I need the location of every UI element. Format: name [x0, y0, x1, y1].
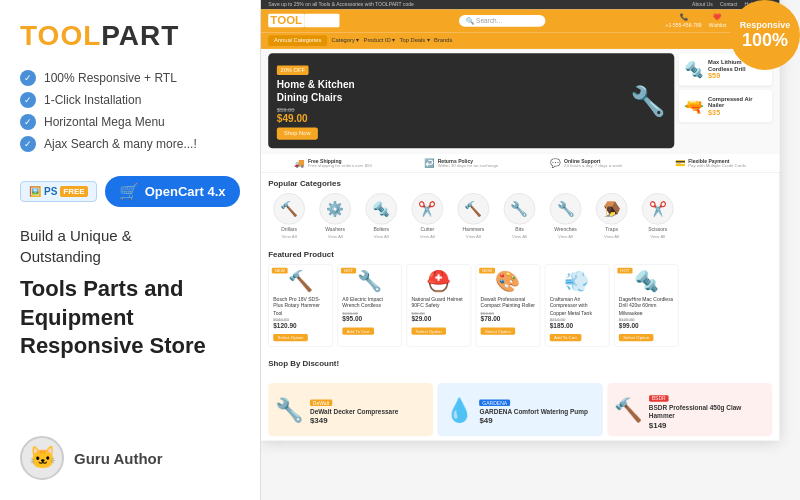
features-list: ✓ 100% Responsive + RTL ✓ 1-Click Instal… [20, 70, 240, 158]
discount-section-title: Shop By Discount! [268, 358, 772, 367]
category-count-drillars: View All [282, 234, 297, 238]
store-header: TOOLPART 🔍 Search... 📞+1-555-456-789 ❤️W… [261, 9, 779, 32]
topbar-contact[interactable]: Contact [720, 2, 737, 7]
feature-payment-desc: Pay with Multiple Credit Cards [688, 163, 746, 167]
products-grid: NEW 🔨 Bosch Pro 18V SDS-Plus Rotary Hamm… [268, 265, 772, 347]
store-logo: TOOLPART [268, 14, 339, 27]
nav-category[interactable]: Category ▾ [331, 37, 359, 43]
ps-badge: 🖼️ PS FREE [20, 181, 97, 202]
category-icon-bolters: 🔩 [365, 193, 397, 225]
main-title: Tools Parts andEquipmentResponsive Store [20, 275, 240, 361]
features-bar: 🚚 Free Shipping Free shipping for orders… [261, 153, 779, 173]
feature-item-4: ✓ Ajax Search & many more...! [20, 136, 240, 152]
category-icon-traps: 🪤 [596, 193, 628, 225]
product-badge-4: NEW [479, 268, 495, 274]
hero-discount-tag: 20% OFF [277, 66, 309, 75]
feature-returns-desc: Within 30 days for an exchange [438, 163, 499, 167]
discount-img-1: 🔧 [275, 396, 304, 423]
check-icon-4: ✓ [20, 136, 36, 152]
phone-text: +1-555-456-789 [666, 22, 702, 27]
product-option-btn-5[interactable]: Add To Cart [550, 334, 581, 341]
product-price-new-2: $95.00 [342, 315, 397, 322]
product-name-5: Craftsman Air Compressor with Copper Met… [550, 296, 605, 316]
main-container: TOOLPART ✓ 100% Responsive + RTL ✓ 1-Cli… [0, 0, 800, 500]
product-card-5[interactable]: 💨 Craftsman Air Compressor with Copper M… [545, 265, 610, 347]
product-card-4[interactable]: NEW 🎨 Dewalt Professional Compact Painti… [476, 265, 541, 347]
side-product-info-2: Compressed Air Nailer $35 [708, 96, 766, 117]
category-scissors[interactable]: ✂️ Scissors View All [637, 193, 679, 238]
discount-info-2: GARDENA GARDENA Comfort Watering Pump $4… [479, 394, 588, 425]
left-panel: TOOLPART ✓ 100% Responsive + RTL ✓ 1-Cli… [0, 0, 260, 500]
store-search-bar[interactable]: 🔍 Search... [459, 15, 545, 27]
discount-img-2: 💧 [445, 396, 474, 423]
discount-card-1[interactable]: 🔧 DeWalt DeWalt Decker Compressare $349 [268, 383, 433, 437]
category-name-wrenches: Wrenches [554, 227, 577, 232]
feature-shipping: 🚚 Free Shipping Free shipping for orders… [294, 158, 372, 168]
product-badge-2: HOT [341, 268, 356, 274]
discount-price-2: $49 [479, 416, 588, 425]
categories-btn[interactable]: Annual Categories [268, 35, 327, 46]
category-hammers[interactable]: 🔨 Hammers View All [453, 193, 495, 238]
side-product-img-2: 🔫 [684, 97, 703, 116]
logo: TOOLPART [20, 20, 179, 51]
category-count-traps: View All [604, 234, 619, 238]
topbar-about[interactable]: About Us [692, 2, 713, 7]
product-option-btn-1[interactable]: Select Option [273, 334, 308, 341]
feature-item-1: ✓ 100% Responsive + RTL [20, 70, 240, 86]
product-option-btn-6[interactable]: Select Option [619, 334, 654, 341]
category-cutter[interactable]: ✂️ Cutter View All [406, 193, 448, 238]
feature-support-info: Online Support 24 hours a day, 7 days a … [564, 158, 622, 167]
product-card-1[interactable]: NEW 🔨 Bosch Pro 18V SDS-Plus Rotary Hamm… [268, 265, 333, 347]
nav-brands[interactable]: Brands [434, 37, 452, 43]
feature-shipping-info: Free Shipping Free shipping for orders o… [308, 158, 372, 167]
product-option-btn-3[interactable]: Select Option [411, 327, 446, 334]
feature-item-3: ✓ Horizontal Mega Menu [20, 114, 240, 130]
store-preview: Save up to 25% on all Tools & Accessorie… [261, 0, 779, 441]
hero-product-image: 🔧 [630, 84, 666, 118]
category-drillars[interactable]: 🔨 Drillars View All [268, 193, 310, 238]
author-avatar: 🐱 [20, 436, 64, 480]
discount-card-3[interactable]: 🔨 BSDR BSDR Professional 450g Claw Hamme… [607, 383, 772, 437]
discount-name-3: BSDR Professional 450g Claw Hammer [649, 404, 765, 421]
category-bolters[interactable]: 🔩 Bolters View All [360, 193, 402, 238]
logo-area: TOOLPART [20, 20, 240, 52]
discount-price-3: $149 [649, 421, 765, 430]
product-card-2[interactable]: HOT 🔧 A9 Electric Impact Wrench Cordless… [337, 265, 402, 347]
hero-shop-btn[interactable]: Shop Now [277, 128, 318, 140]
discount-card-2[interactable]: 💧 GARDENA GARDENA Comfort Watering Pump … [438, 383, 603, 437]
category-traps[interactable]: 🪤 Traps View All [591, 193, 633, 238]
opencart-badge: 🛒 OpenCart 4.x [105, 176, 240, 207]
product-card-6[interactable]: HOT 🔩 DagwHire Mac Cordless Drill 420w 6… [614, 265, 679, 347]
category-bits[interactable]: 🔧 Bits View All [499, 193, 541, 238]
discount-tag-2: GARDENA [479, 399, 510, 405]
side-product-name-2: Compressed Air Nailer [708, 96, 766, 109]
product-option-btn-4[interactable]: Select Option [481, 327, 516, 334]
hero-price: $49.00 [277, 113, 355, 125]
store-logo-part: PART [304, 14, 339, 28]
right-panel: Responsive 100% Save up to 25% on all To… [260, 0, 800, 500]
wishlist-item[interactable]: ❤️Wishlist [709, 14, 726, 28]
feature-support-desc: 24 hours a day, 7 days a week [564, 163, 622, 167]
category-icon-cutter: ✂️ [411, 193, 443, 225]
discount-section-title-area: Shop By Discount! [261, 353, 779, 379]
support-icon: 💬 [550, 158, 561, 168]
category-washers[interactable]: ⚙️ Washers View All [314, 193, 356, 238]
product-card-3[interactable]: ⛑️ National Guard Helmet 90FC Safety $35… [406, 265, 471, 347]
returns-icon: ↩️ [424, 158, 435, 168]
cart-icon: 🛒 [119, 182, 139, 201]
product-option-btn-2[interactable]: Add To Cart [342, 327, 373, 334]
hero-title: Home & KitchenDining Chairs [277, 78, 355, 104]
category-name-bolters: Bolters [373, 227, 389, 232]
author-row: 🐱 Guru Author [20, 436, 240, 480]
badge-row: 🖼️ PS FREE 🛒 OpenCart 4.x [20, 176, 240, 207]
check-icon-1: ✓ [20, 70, 36, 86]
check-icon-2: ✓ [20, 92, 36, 108]
nav-product-id[interactable]: Product ID ▾ [364, 37, 396, 43]
category-wrenches[interactable]: 🔧 Wrenches View All [545, 193, 587, 238]
product-badge-6: HOT [617, 268, 632, 274]
nav-top-deals[interactable]: Top Deals ▾ [400, 37, 430, 43]
category-icon-drillars: 🔨 [273, 193, 305, 225]
side-product-2[interactable]: 🔫 Compressed Air Nailer $35 [679, 90, 773, 122]
store-nav-bar: Annual Categories Category ▾ Product ID … [261, 32, 779, 49]
category-name-drillars: Drillars [281, 227, 297, 232]
